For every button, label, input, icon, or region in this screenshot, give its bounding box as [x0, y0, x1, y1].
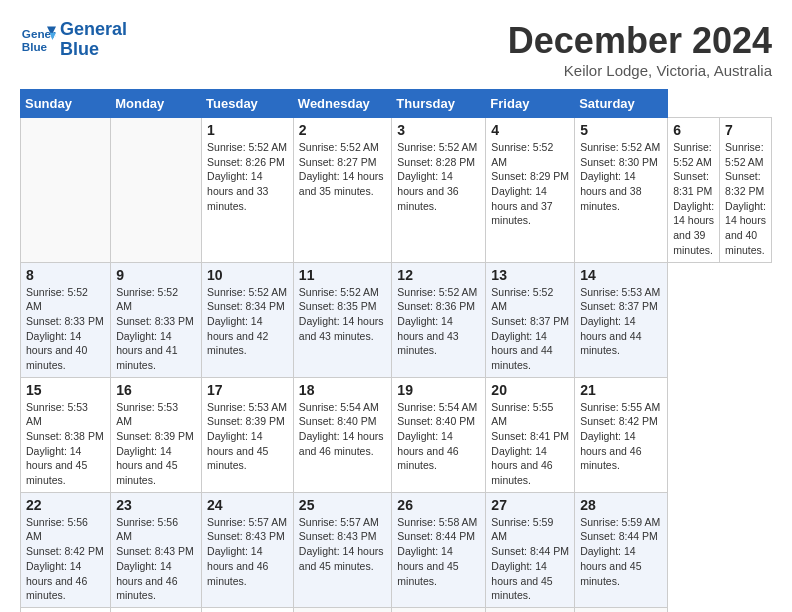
table-row: 10 Sunrise: 5:52 AM Sunset: 8:34 PM Dayl… [202, 262, 294, 377]
table-row: 9 Sunrise: 5:52 AM Sunset: 8:33 PM Dayli… [111, 262, 202, 377]
day-header-sunday: Sunday [21, 90, 111, 118]
day-header-friday: Friday [486, 90, 575, 118]
day-number: 24 [207, 497, 288, 513]
table-row: 26 Sunrise: 5:58 AM Sunset: 8:44 PM Dayl… [392, 492, 486, 607]
calendar-week-1: 1 Sunrise: 5:52 AM Sunset: 8:26 PM Dayli… [21, 118, 772, 263]
day-number: 28 [580, 497, 662, 513]
day-number: 23 [116, 497, 196, 513]
table-row: 29 Sunrise: 6:00 AM Sunset: 8:45 PM Dayl… [21, 607, 111, 612]
day-number: 8 [26, 267, 105, 283]
day-info: Sunrise: 5:57 AM Sunset: 8:43 PM Dayligh… [299, 515, 387, 574]
day-info: Sunrise: 5:56 AM Sunset: 8:42 PM Dayligh… [26, 515, 105, 603]
day-header-wednesday: Wednesday [293, 90, 392, 118]
day-info: Sunrise: 5:59 AM Sunset: 8:44 PM Dayligh… [580, 515, 662, 588]
day-info: Sunrise: 5:52 AM Sunset: 8:28 PM Dayligh… [397, 140, 480, 213]
table-row: 22 Sunrise: 5:56 AM Sunset: 8:42 PM Dayl… [21, 492, 111, 607]
day-number: 21 [580, 382, 662, 398]
day-info: Sunrise: 5:59 AM Sunset: 8:44 PM Dayligh… [491, 515, 569, 603]
day-info: Sunrise: 5:54 AM Sunset: 8:40 PM Dayligh… [299, 400, 387, 459]
table-row: 8 Sunrise: 5:52 AM Sunset: 8:33 PM Dayli… [21, 262, 111, 377]
day-number: 7 [725, 122, 766, 138]
table-row [486, 607, 575, 612]
day-info: Sunrise: 5:53 AM Sunset: 8:39 PM Dayligh… [116, 400, 196, 488]
table-row [392, 607, 486, 612]
calendar-week-5: 29 Sunrise: 6:00 AM Sunset: 8:45 PM Dayl… [21, 607, 772, 612]
day-number: 22 [26, 497, 105, 513]
day-header-tuesday: Tuesday [202, 90, 294, 118]
table-row: 18 Sunrise: 5:54 AM Sunset: 8:40 PM Dayl… [293, 377, 392, 492]
calendar-week-3: 15 Sunrise: 5:53 AM Sunset: 8:38 PM Dayl… [21, 377, 772, 492]
day-info: Sunrise: 5:52 AM Sunset: 8:33 PM Dayligh… [116, 285, 196, 373]
table-row: 28 Sunrise: 5:59 AM Sunset: 8:44 PM Dayl… [575, 492, 668, 607]
day-number: 17 [207, 382, 288, 398]
day-info: Sunrise: 5:52 AM Sunset: 8:29 PM Dayligh… [491, 140, 569, 228]
day-number: 5 [580, 122, 662, 138]
calendar-header-row: SundayMondayTuesdayWednesdayThursdayFrid… [21, 90, 772, 118]
table-row: 30 Sunrise: 6:01 AM Sunset: 8:45 PM Dayl… [111, 607, 202, 612]
table-row: 31 Sunrise: 6:01 AM Sunset: 8:45 PM Dayl… [202, 607, 294, 612]
table-row: 16 Sunrise: 5:53 AM Sunset: 8:39 PM Dayl… [111, 377, 202, 492]
logo: General Blue General Blue [20, 20, 127, 60]
table-row [111, 118, 202, 263]
table-row: 5 Sunrise: 5:52 AM Sunset: 8:30 PM Dayli… [575, 118, 668, 263]
day-info: Sunrise: 5:58 AM Sunset: 8:44 PM Dayligh… [397, 515, 480, 588]
day-info: Sunrise: 5:53 AM Sunset: 8:37 PM Dayligh… [580, 285, 662, 358]
logo-line1: General [60, 20, 127, 40]
day-info: Sunrise: 5:52 AM Sunset: 8:26 PM Dayligh… [207, 140, 288, 213]
day-number: 26 [397, 497, 480, 513]
location: Keilor Lodge, Victoria, Australia [508, 62, 772, 79]
day-info: Sunrise: 5:53 AM Sunset: 8:38 PM Dayligh… [26, 400, 105, 488]
day-number: 18 [299, 382, 387, 398]
table-row: 20 Sunrise: 5:55 AM Sunset: 8:41 PM Dayl… [486, 377, 575, 492]
day-info: Sunrise: 5:52 AM Sunset: 8:30 PM Dayligh… [580, 140, 662, 213]
day-info: Sunrise: 5:57 AM Sunset: 8:43 PM Dayligh… [207, 515, 288, 588]
day-number: 16 [116, 382, 196, 398]
table-row: 24 Sunrise: 5:57 AM Sunset: 8:43 PM Dayl… [202, 492, 294, 607]
month-title: December 2024 [508, 20, 772, 62]
day-number: 14 [580, 267, 662, 283]
day-info: Sunrise: 5:53 AM Sunset: 8:39 PM Dayligh… [207, 400, 288, 473]
day-number: 4 [491, 122, 569, 138]
calendar-table: SundayMondayTuesdayWednesdayThursdayFrid… [20, 89, 772, 612]
table-row: 13 Sunrise: 5:52 AM Sunset: 8:37 PM Dayl… [486, 262, 575, 377]
svg-text:Blue: Blue [22, 40, 48, 53]
calendar-body: 1 Sunrise: 5:52 AM Sunset: 8:26 PM Dayli… [21, 118, 772, 613]
day-number: 9 [116, 267, 196, 283]
day-number: 27 [491, 497, 569, 513]
logo-icon: General Blue [20, 22, 56, 58]
logo-line2: Blue [60, 40, 127, 60]
table-row: 19 Sunrise: 5:54 AM Sunset: 8:40 PM Dayl… [392, 377, 486, 492]
table-row: 2 Sunrise: 5:52 AM Sunset: 8:27 PM Dayli… [293, 118, 392, 263]
table-row: 14 Sunrise: 5:53 AM Sunset: 8:37 PM Dayl… [575, 262, 668, 377]
day-number: 11 [299, 267, 387, 283]
table-row: 6 Sunrise: 5:52 AM Sunset: 8:31 PM Dayli… [668, 118, 720, 263]
day-header-saturday: Saturday [575, 90, 668, 118]
table-row: 17 Sunrise: 5:53 AM Sunset: 8:39 PM Dayl… [202, 377, 294, 492]
calendar-week-2: 8 Sunrise: 5:52 AM Sunset: 8:33 PM Dayli… [21, 262, 772, 377]
day-info: Sunrise: 5:52 AM Sunset: 8:37 PM Dayligh… [491, 285, 569, 373]
day-info: Sunrise: 5:54 AM Sunset: 8:40 PM Dayligh… [397, 400, 480, 473]
day-number: 3 [397, 122, 480, 138]
table-row: 21 Sunrise: 5:55 AM Sunset: 8:42 PM Dayl… [575, 377, 668, 492]
day-info: Sunrise: 5:52 AM Sunset: 8:31 PM Dayligh… [673, 140, 714, 258]
table-row: 1 Sunrise: 5:52 AM Sunset: 8:26 PM Dayli… [202, 118, 294, 263]
table-row: 12 Sunrise: 5:52 AM Sunset: 8:36 PM Dayl… [392, 262, 486, 377]
day-info: Sunrise: 5:56 AM Sunset: 8:43 PM Dayligh… [116, 515, 196, 603]
day-info: Sunrise: 5:52 AM Sunset: 8:32 PM Dayligh… [725, 140, 766, 258]
page-header: General Blue General Blue December 2024 … [20, 20, 772, 79]
day-info: Sunrise: 5:52 AM Sunset: 8:35 PM Dayligh… [299, 285, 387, 344]
day-number: 20 [491, 382, 569, 398]
table-row: 4 Sunrise: 5:52 AM Sunset: 8:29 PM Dayli… [486, 118, 575, 263]
table-row: 3 Sunrise: 5:52 AM Sunset: 8:28 PM Dayli… [392, 118, 486, 263]
day-number: 2 [299, 122, 387, 138]
day-number: 19 [397, 382, 480, 398]
day-header-monday: Monday [111, 90, 202, 118]
table-row: 23 Sunrise: 5:56 AM Sunset: 8:43 PM Dayl… [111, 492, 202, 607]
day-info: Sunrise: 5:55 AM Sunset: 8:41 PM Dayligh… [491, 400, 569, 488]
calendar-week-4: 22 Sunrise: 5:56 AM Sunset: 8:42 PM Dayl… [21, 492, 772, 607]
table-row [575, 607, 668, 612]
day-number: 10 [207, 267, 288, 283]
title-block: December 2024 Keilor Lodge, Victoria, Au… [508, 20, 772, 79]
day-number: 15 [26, 382, 105, 398]
day-info: Sunrise: 5:52 AM Sunset: 8:33 PM Dayligh… [26, 285, 105, 373]
